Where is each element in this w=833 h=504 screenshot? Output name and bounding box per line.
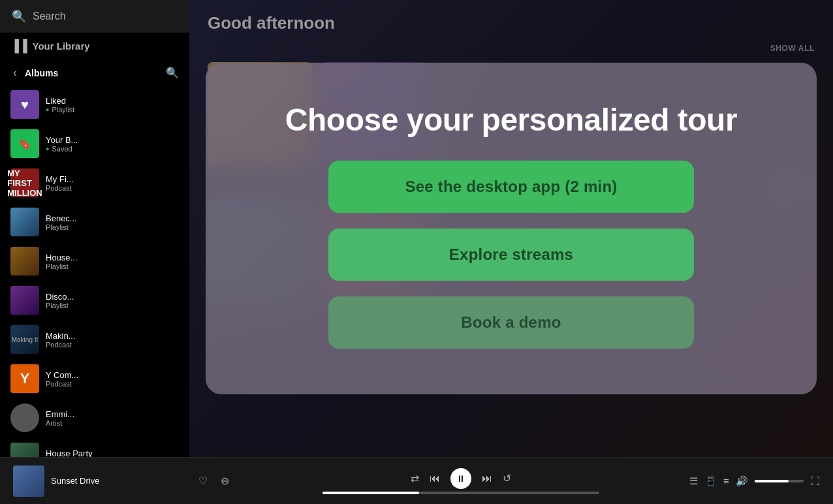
desktop-app-button[interactable]: See the desktop app (2 min): [328, 161, 694, 213]
benec-thumb: [10, 208, 39, 236]
sidebar-item-my-fi[interactable]: MY FIRST MILLION My Fi... Podcast: [0, 163, 189, 202]
player-track-info: Sunset Drive: [13, 465, 183, 497]
player-album-art: [13, 465, 44, 497]
repeat-button[interactable]: ↺: [503, 472, 511, 484]
progress-fill: [322, 492, 419, 494]
albums-label: Albums: [25, 68, 58, 78]
prev-button[interactable]: ⏮: [430, 473, 440, 484]
my-fi-meta: Podcast: [46, 184, 74, 192]
sidebar-item-house-party[interactable]: House Party Playlist: [0, 437, 189, 457]
y-com-name: Y Com...: [46, 370, 78, 380]
my-fi-info: My Fi... Podcast: [46, 174, 74, 192]
disco-thumb: [10, 286, 39, 315]
library-header: ▐▐ Your Library: [0, 33, 189, 59]
makin-thumb: Making It: [10, 325, 39, 354]
sidebar-item-house[interactable]: House... Playlist: [0, 242, 189, 281]
player-buttons: ⇄ ⏮ ⏸ ⏭ ↺: [411, 468, 511, 489]
liked-thumb: ♥: [10, 90, 39, 119]
house-party-name: House Party: [46, 449, 93, 458]
sidebar: 🔍 Search ▐▐ Your Library ‹ Albums 🔍 ♥: [0, 0, 189, 457]
house-thumb: [10, 247, 39, 276]
devices-button[interactable]: 📱: [704, 475, 717, 487]
your-b-meta: ● Saved: [46, 145, 78, 153]
your-b-thumb: 🔖: [10, 129, 39, 158]
player-like-button[interactable]: ♡: [196, 472, 210, 490]
bottom-player: Sunset Drive ♡ ⊖ ⇄ ⏮ ⏸ ⏭ ↺: [0, 457, 833, 504]
app-layout: 🔍 Search ▐▐ Your Library ‹ Albums 🔍 ♥: [0, 0, 833, 504]
y-com-meta: Podcast: [46, 380, 78, 388]
player-dislike-button[interactable]: ⊖: [218, 472, 232, 490]
sidebar-item-makin[interactable]: Making It Makin... Podcast: [0, 320, 189, 359]
modal-title: Choose your personalized tour: [285, 102, 737, 138]
emmi-name: Emmi...: [46, 409, 74, 419]
queue-button[interactable]: ☰: [689, 475, 698, 487]
player-track-details: Sunset Drive: [51, 476, 99, 486]
sidebar-item-your-b[interactable]: 🔖 Your B... ● Saved: [0, 124, 189, 163]
emmi-info: Emmi... Artist: [46, 409, 74, 427]
house-name: House...: [46, 253, 77, 262]
player-extra-controls: ☰ 📱 ≡ 🔊 ⛶: [689, 475, 820, 487]
makin-name: Makin...: [46, 331, 76, 341]
sidebar-item-y-com[interactable]: Y Y Com... Podcast: [0, 359, 189, 398]
sidebar-item-liked[interactable]: ♥ Liked ● Playlist: [0, 85, 189, 124]
back-button[interactable]: ‹: [10, 63, 20, 82]
makin-meta: Podcast: [46, 341, 76, 349]
benec-meta: Playlist: [46, 223, 77, 231]
player-controls: ⇄ ⏮ ⏸ ⏭ ↺: [245, 468, 676, 494]
liked-meta: ● Playlist: [46, 106, 74, 114]
search-bar[interactable]: 🔍 Search: [0, 0, 189, 33]
makin-info: Makin... Podcast: [46, 331, 76, 349]
shuffle-button[interactable]: ⇄: [411, 472, 419, 484]
y-com-thumb: Y: [10, 364, 39, 393]
your-b-info: Your B... ● Saved: [46, 135, 78, 153]
volume-button[interactable]: 🔊: [736, 475, 748, 487]
my-fi-thumb: MY FIRST MILLION: [10, 168, 39, 197]
disco-meta: Playlist: [46, 302, 74, 309]
play-pause-button[interactable]: ⏸: [450, 468, 471, 489]
disco-name: Disco...: [46, 292, 74, 302]
library-icon: ▐▐: [10, 39, 27, 53]
benec-info: Benec... Playlist: [46, 213, 77, 231]
emmi-thumb: [10, 403, 39, 432]
sidebar-items-list: ♥ Liked ● Playlist 🔖 Your B... ● Saved: [0, 85, 189, 457]
progress-bar[interactable]: [322, 492, 599, 494]
main-content: Good afternoon Show all Show: [189, 0, 833, 457]
emmi-meta: Artist: [46, 419, 74, 427]
liked-info: Liked ● Playlist: [46, 96, 74, 114]
main-area: 🔍 Search ▐▐ Your Library ‹ Albums 🔍 ♥: [0, 0, 833, 457]
sidebar-item-emmi[interactable]: Emmi... Artist: [0, 398, 189, 437]
explore-streams-button[interactable]: Explore streams: [328, 228, 694, 281]
player-like-actions: ♡ ⊖: [196, 472, 232, 490]
next-button[interactable]: ⏭: [482, 473, 492, 484]
house-party-thumb: [10, 443, 39, 457]
benec-name: Benec...: [46, 213, 77, 223]
book-demo-button[interactable]: Book a demo: [328, 296, 694, 349]
search-icon: 🔍: [12, 9, 26, 24]
house-party-info: House Party Playlist: [46, 449, 93, 458]
house-meta: Playlist: [46, 262, 77, 270]
modal-overlay: Choose your personalized tour See the de…: [189, 0, 833, 457]
library-label: Your Library: [33, 40, 90, 52]
my-fi-name: My Fi...: [46, 174, 74, 184]
sidebar-item-disco[interactable]: Disco... Playlist: [0, 281, 189, 320]
y-com-info: Y Com... Podcast: [46, 370, 78, 388]
library-search-button[interactable]: 🔍: [166, 67, 179, 79]
fullscreen-button[interactable]: ⛶: [810, 475, 820, 486]
disco-info: Disco... Playlist: [46, 292, 74, 309]
volume-bar[interactable]: [755, 480, 804, 482]
search-label: Search: [33, 10, 66, 22]
volume-fill: [755, 480, 789, 482]
liked-name: Liked: [46, 96, 74, 106]
your-b-name: Your B...: [46, 135, 78, 145]
player-progress: [298, 492, 624, 494]
modal-dialog: Choose your personalized tour See the de…: [206, 63, 817, 394]
lyrics-button[interactable]: ≡: [723, 475, 729, 486]
player-track-name: Sunset Drive: [51, 476, 99, 486]
albums-toolbar: ‹ Albums 🔍: [0, 59, 189, 85]
house-info: House... Playlist: [46, 253, 77, 270]
sidebar-item-benec[interactable]: Benec... Playlist: [0, 202, 189, 242]
